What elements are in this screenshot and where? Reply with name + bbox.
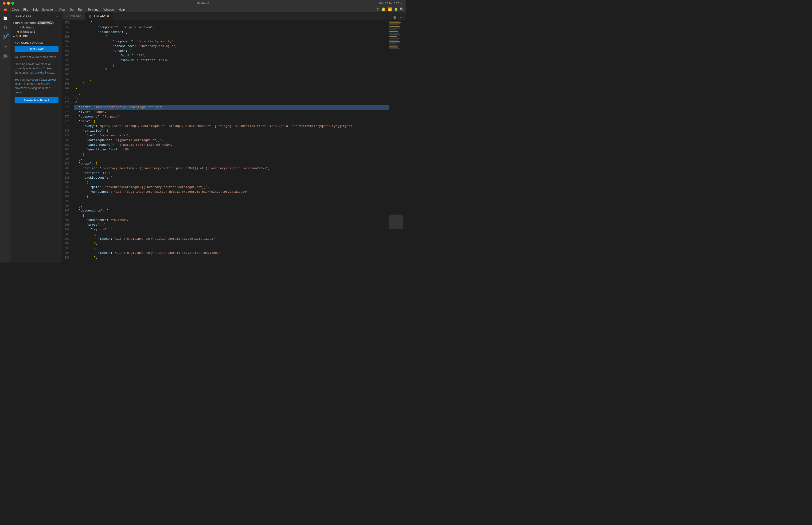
- open-editors-label: Open Editors: [15, 21, 36, 25]
- editor-scrollbar[interactable]: [403, 20, 406, 262]
- line-302: },: [74, 241, 388, 246]
- menu-window[interactable]: Window: [102, 7, 116, 12]
- editor-area: · Untitled-1 {} Untitled-2 ⊞ ··· 255 256…: [62, 12, 406, 262]
- minimap-slider[interactable]: [389, 214, 403, 229]
- sidebar-title: Explorer: [16, 15, 32, 18]
- menu-go[interactable]: Go: [68, 7, 75, 12]
- line-289: {: [74, 180, 388, 185]
- line-266: ]: [74, 72, 388, 77]
- untitled1-label: Untitled-1: [22, 26, 34, 29]
- line-258: {: [74, 34, 388, 39]
- menu-file[interactable]: File: [21, 7, 30, 12]
- outline-section-toggle[interactable]: ▶ Outline: [11, 34, 62, 39]
- line-291: "menuLabel": "i18n:fc.gi.inventoryPositi…: [74, 190, 388, 194]
- line-301: "label": "i18n:fc.gi.inventoryPosition.d…: [74, 237, 388, 241]
- run-debug-activity-icon[interactable]: [1, 42, 10, 51]
- untitled2-label: Untitled-2: [23, 30, 35, 33]
- sidebar-more-actions[interactable]: ···: [55, 14, 59, 18]
- line-298: "props": {: [74, 223, 388, 227]
- split-editor-button[interactable]: ⊞: [392, 15, 398, 20]
- line-271: },: [74, 96, 388, 100]
- line-293: ]: [74, 199, 388, 204]
- menu-help[interactable]: Help: [117, 7, 127, 12]
- line-290: "path": "inventoryCatalogue/{{inventoryP…: [74, 185, 388, 190]
- line-273: "path": "inventoryPosition/:catalogueRef…: [74, 105, 388, 110]
- line-261: "props": {: [74, 49, 388, 53]
- code-editor[interactable]: { "component": "fc.page.section", "desce…: [74, 20, 388, 262]
- open-editors-toggle[interactable]: ▾ Open Editors 2 unsaved: [11, 20, 62, 25]
- menu-code[interactable]: Code: [10, 7, 21, 12]
- line-263: "showChildEntities": false: [74, 58, 388, 63]
- code-area[interactable]: 255 256 257 258 259 260 261 262 263 264 …: [62, 20, 406, 262]
- menu-run[interactable]: Run: [76, 7, 85, 12]
- outline-arrow-icon: ▶: [13, 35, 15, 38]
- line-278: "variables": {: [74, 129, 388, 133]
- line-269: }: [74, 86, 388, 91]
- line-277: "query": "query ($ref: String!, $catalog…: [74, 124, 388, 129]
- svg-rect-1: [4, 18, 6, 19]
- line-299: "layouts": [: [74, 227, 388, 232]
- sidebar-header: Explorer ···: [11, 12, 62, 20]
- line-295: "descendants": [: [74, 208, 388, 213]
- add-folder-link[interactable]: add a folder: [29, 71, 44, 74]
- source-control-badge: 2: [7, 33, 9, 36]
- line-259: "component": "fc.activity.entity",: [74, 39, 388, 44]
- window-title: Untitled-2: [197, 2, 209, 5]
- title-bar: Untitled-2 Wed 22 Feb 3:27 pm: [0, 0, 406, 6]
- menu-selection[interactable]: Selection: [40, 7, 56, 12]
- line-265: }: [74, 68, 388, 72]
- open-editors-unsaved-badge: 2 unsaved: [37, 21, 54, 25]
- line-272: {: [74, 100, 388, 105]
- line-276: "data": {: [74, 119, 388, 124]
- datetime: Wed 22 Feb 3:27 pm: [379, 2, 403, 5]
- menu-terminal[interactable]: Terminal: [86, 7, 101, 12]
- maximize-button[interactable]: [11, 2, 14, 5]
- status-bar-icon[interactable]: ⇧: [377, 7, 380, 12]
- line-303: {: [74, 246, 388, 251]
- notifications-icon[interactable]: 🔔: [381, 7, 386, 12]
- battery-icon: 🔋: [394, 8, 398, 11]
- line-296: {: [74, 213, 388, 218]
- line-280: "catalogueRef": "{{params.catalogueRef}}…: [74, 138, 388, 142]
- create-java-button[interactable]: Create Java Project: [15, 97, 59, 103]
- sidebar: Explorer ··· ▾ Open Editors 2 unsaved · …: [11, 12, 62, 262]
- line-268: ]: [74, 81, 388, 86]
- line-292: }: [74, 194, 388, 199]
- menu-view[interactable]: View: [57, 7, 67, 12]
- line-255: {: [74, 20, 388, 25]
- search-spotlight-icon[interactable]: 🔍: [400, 7, 404, 12]
- close-button[interactable]: [3, 2, 6, 5]
- editor-item-untitled2[interactable]: {} Untitled-2: [11, 30, 62, 34]
- more-actions-button[interactable]: ···: [398, 15, 404, 20]
- tab-untitled2[interactable]: {} Untitled-2: [86, 12, 113, 20]
- line-305: },: [74, 255, 388, 260]
- line-279: "ref": "{{params.ref}}",: [74, 133, 388, 138]
- line-270: ]: [74, 91, 388, 96]
- minimap[interactable]: [388, 20, 403, 262]
- untitled1-tab-icon: ·: [66, 15, 67, 18]
- editor-content: 255 256 257 258 259 260 261 262 263 264 …: [62, 20, 406, 262]
- menu-edit[interactable]: Edit: [31, 7, 40, 12]
- line-numbers: 255 256 257 258 259 260 261 262 263 264 …: [62, 20, 74, 262]
- outline-label: Outline: [16, 35, 28, 38]
- tab-untitled1[interactable]: · Untitled-1: [62, 12, 86, 20]
- search-activity-icon[interactable]: [1, 24, 10, 32]
- untitled2-modified-dot: [107, 15, 109, 17]
- line-262: "width": "12",: [74, 53, 388, 58]
- line-287: "actions": true,: [74, 171, 388, 176]
- editor-item-untitled1[interactable]: · Untitled-1: [11, 25, 62, 30]
- source-control-activity-icon[interactable]: 2: [1, 33, 10, 41]
- line-281: "lastOnHandRef": "{{params.ref}}:LAST_ON…: [74, 142, 388, 147]
- line-274: "type": "page",: [74, 110, 388, 115]
- minimize-button[interactable]: [7, 2, 10, 5]
- open-editors-section: ▾ Open Editors 2 unsaved · Untitled-1 {}…: [11, 20, 62, 34]
- line-260: "dataSource": "inventoryCatalogue",: [74, 44, 388, 49]
- wifi-icon: 📶: [388, 7, 392, 12]
- folder-description-1: You have not yet opened a folder.: [15, 55, 59, 59]
- menu-apple[interactable]: 🍎: [2, 7, 10, 12]
- svg-point-2: [4, 26, 6, 29]
- files-activity-icon[interactable]: [1, 14, 10, 22]
- extensions-activity-icon[interactable]: [1, 52, 10, 60]
- line-257: "descendants": [: [74, 30, 388, 34]
- open-folder-button[interactable]: Open Folder: [15, 46, 59, 52]
